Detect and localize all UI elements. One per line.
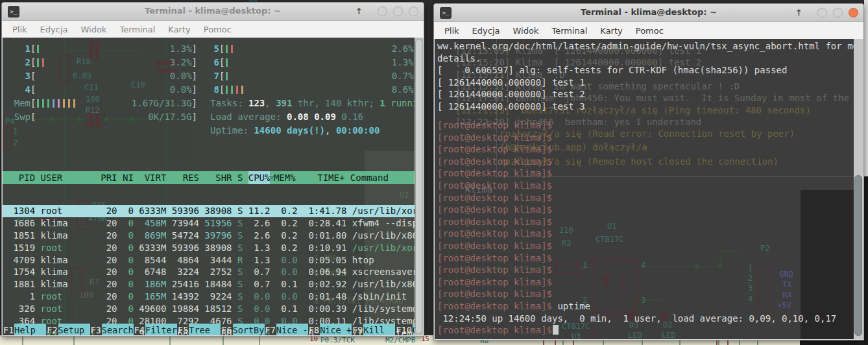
menu-item-karty[interactable]: Karty	[162, 23, 197, 36]
fkey-action-nice[interactable]: Nice -	[276, 324, 308, 335]
menu-item-edycja[interactable]: Edycja	[34, 23, 75, 36]
column-header-mem[interactable]: MEM%	[274, 171, 296, 184]
fkey-f8[interactable]: F8	[308, 324, 320, 335]
menu-item-widok[interactable]: Widok	[506, 25, 545, 37]
fkey-action-search[interactable]: Search	[102, 324, 134, 335]
process-cell: 14392	[172, 291, 199, 303]
process-cell: 0:10.91	[303, 242, 346, 254]
maximize-button[interactable]	[393, 6, 403, 16]
fkey-action-nice[interactable]: Nice +	[320, 324, 352, 335]
left-titlebar[interactable]: >_ Terminal - klima@desktop: ~ ↑	[2, 3, 424, 21]
column-header-ni[interactable]: NI	[123, 171, 134, 184]
menu-item-karty[interactable]: Karty	[594, 25, 629, 37]
process-cell: 6333M	[139, 242, 166, 254]
fkey-action-setup[interactable]: Setup	[58, 324, 90, 335]
process-cell: 18512	[204, 303, 232, 315]
process-cell: 1686	[8, 217, 35, 230]
column-header-s[interactable]: S	[237, 171, 243, 184]
column-header-cpu[interactable]: CPU%	[248, 171, 271, 184]
process-cell: 9224	[204, 291, 232, 303]
schematic-label: 1	[748, 263, 753, 272]
process-cell: 4709	[8, 254, 35, 267]
column-header-user[interactable]: USER	[41, 171, 95, 184]
column-header-pri[interactable]: PRI	[101, 171, 117, 184]
process-cell: 0	[123, 254, 134, 267]
close-button[interactable]	[849, 8, 858, 18]
fkey-f9[interactable]: F9	[352, 324, 363, 335]
process-row[interactable]: 1519root2006333M5939638908S1.30.20:10.91…	[3, 242, 415, 254]
column-header-virt[interactable]: VIRT	[139, 171, 166, 184]
right-titlebar[interactable]: >_ Terminal - klima@desktop: ~ ↑	[434, 4, 863, 22]
fkey-action-kill[interactable]: Kill	[363, 324, 395, 335]
fkey-f2[interactable]: F2	[46, 324, 58, 335]
prompt-line: [root@desktop klima]$	[437, 204, 552, 216]
process-cell: S	[237, 291, 243, 303]
process-table-header[interactable]: PIDUSERPRINIVIRTRESSHRSCPU%▽MEM%TIME+Com…	[3, 171, 415, 184]
process-row[interactable]: 1881klima200186M2541618484S0.70.10:02.92…	[3, 278, 415, 291]
kicad-label: P0.3/TCK	[320, 336, 355, 344]
fkey-action-sortby[interactable]: SortBy	[233, 324, 265, 335]
close-button[interactable]	[409, 6, 418, 16]
fkey-f6[interactable]: F6	[221, 324, 232, 335]
minimize-button[interactable]	[817, 8, 827, 18]
fkey-f7[interactable]: F7	[265, 324, 276, 335]
htop-terminal[interactable]: R180.05C11C10100R12P412C15470nR15470KR?1…	[3, 38, 415, 335]
prompt-line: [root@desktop klima]$	[437, 324, 559, 337]
fkey-f5[interactable]: F5	[177, 324, 189, 335]
prompt-line: [root@desktop klima]$	[437, 240, 552, 252]
column-header-pid[interactable]: PID	[8, 171, 35, 184]
fkey-f10[interactable]: F10	[395, 324, 412, 335]
column-header-shr[interactable]: SHR	[204, 171, 232, 184]
process-row[interactable]: 1754klima200674832242752S0.70.00:06.94xs…	[3, 266, 415, 278]
fkey-action-help[interactable]: Help	[14, 324, 46, 335]
menu-item-widok[interactable]: Widok	[74, 23, 113, 36]
process-cell: 0.7	[248, 278, 271, 291]
process-row[interactable]: 326root200496001988418512S0.00.10:00.39/…	[3, 303, 415, 315]
left-scrollbar-thumb[interactable]	[415, 39, 422, 334]
meter: Swp[0K/17.5G]	[8, 110, 197, 124]
right-scrollbar[interactable]	[854, 39, 863, 339]
process-cell: R	[237, 254, 243, 267]
process-row[interactable]: 1root200165M143929224S0.00.00:01.48/sbin…	[3, 291, 415, 303]
process-row[interactable]: 1686klima200458M7394451956S2.60.20:28.41…	[3, 217, 415, 230]
menu-item-edycja[interactable]: Edycja	[466, 25, 507, 37]
process-cell: klima	[41, 230, 95, 242]
fkey-action-filter[interactable]: Filter	[145, 324, 177, 335]
fkey-f1[interactable]: F1	[3, 324, 14, 335]
fkey-action-tree[interactable]: Tree	[189, 324, 221, 335]
process-cell: 0.2	[276, 205, 298, 217]
menu-item-plik[interactable]: Plik	[6, 23, 34, 36]
process-cell: S	[237, 266, 243, 278]
column-header-time[interactable]: TIME+	[301, 171, 344, 184]
process-cell: 0.2	[276, 230, 298, 242]
process-cell: 0:00.39	[303, 303, 346, 315]
process-row[interactable]: 1304root2006333M5939638908S11.20.21:41.7…	[3, 205, 415, 217]
menu-item-terminal[interactable]: Terminal	[113, 23, 162, 36]
menu-item-pomoc[interactable]: Pomoc	[629, 25, 670, 37]
process-row[interactable]: 4709klima200854448643444R1.30.00:05.05ht…	[3, 254, 415, 267]
menu-item-terminal[interactable]: Terminal	[545, 25, 594, 37]
process-row[interactable]: 1851klima200869M5472439796S2.60.20:01.80…	[3, 230, 415, 242]
process-cell: /sbin/init	[352, 291, 407, 303]
meter: 5[2.6%]	[210, 42, 415, 56]
minimize-button[interactable]	[378, 6, 387, 16]
right-menubar: PlikEdycjaWidokTerminalKartyPomoc	[434, 22, 863, 39]
rollup-arrow-icon[interactable]: ↑	[356, 6, 363, 16]
schematic-label: CTB17C	[596, 235, 623, 244]
menu-item-plik[interactable]: Plik	[438, 25, 466, 37]
fkey-f4[interactable]: F4	[134, 324, 145, 335]
status-line: Uptime: 14600 days(!), 00:00:00	[210, 124, 415, 137]
menu-item-pomoc[interactable]: Pomoc	[197, 23, 238, 36]
column-header-res[interactable]: RES	[172, 171, 199, 184]
prompt-line: [root@desktop klima]$ uptime	[437, 300, 590, 313]
right-scrollbar-thumb[interactable]	[854, 175, 862, 336]
left-menubar: PlikEdycjaWidokTerminalKartyPomoc	[2, 21, 424, 38]
shell-terminal[interactable]: 210R3U1CTB17C1243P21234GNDTXRX+5VCT817CU…	[435, 39, 854, 339]
process-cell: 1	[8, 291, 35, 303]
process-cell: 1304	[8, 205, 35, 217]
fkey-f3[interactable]: F3	[90, 324, 102, 335]
rollup-arrow-icon[interactable]: ↑	[795, 8, 802, 18]
column-header-command[interactable]: Command	[350, 171, 389, 184]
maximize-button[interactable]	[833, 8, 843, 18]
left-scrollbar[interactable]	[415, 38, 423, 335]
